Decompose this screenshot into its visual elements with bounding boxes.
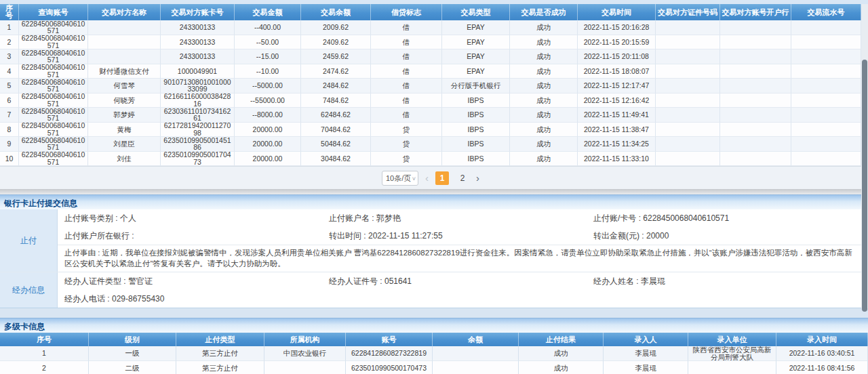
stop-payment-group: 止付 止付账号类别 : 个人 止付账户名 : 郭梦艳 止付账/卡号 : 6228… bbox=[0, 209, 868, 272]
cell: 郭梦婷 bbox=[88, 108, 161, 123]
cell: 2009.62 bbox=[301, 20, 371, 35]
cell: EPAY bbox=[442, 49, 510, 64]
vertical-scrollbar-thumb[interactable] bbox=[862, 60, 867, 312]
table-row[interactable]: 10 6228450068040610571 刘佳 62350109905001… bbox=[0, 152, 861, 167]
cell: 黄梅 bbox=[88, 123, 161, 138]
cell: 2022-11-15 11:49:41 bbox=[578, 108, 656, 123]
table-row[interactable]: 1 6228450068040610571 243300133 --400.00… bbox=[0, 20, 861, 35]
field-card-number: 止付账/卡号 : 6228450068040610571 bbox=[587, 213, 868, 224]
group-label-stop: 止付 bbox=[0, 209, 58, 272]
column-header-stop-result: 止付结果 bbox=[519, 333, 604, 346]
cell: 7 bbox=[0, 108, 19, 123]
cell: 70484.62 bbox=[301, 123, 371, 138]
cell: 李晨琨 bbox=[604, 361, 688, 374]
cell bbox=[791, 35, 861, 50]
cell: 2022-11-15 20:16:28 bbox=[578, 20, 656, 35]
cell: 2022-11-15 11:38:47 bbox=[578, 123, 656, 138]
cell: 2022-11-16 08:41:56 bbox=[776, 361, 868, 374]
cell: 8 bbox=[0, 123, 19, 138]
table-row[interactable]: 3 6228450068040610571 243300133 --15.00 … bbox=[0, 49, 861, 64]
cell: 2484.62 bbox=[301, 79, 371, 94]
cell: 243300133 bbox=[161, 35, 235, 50]
cell: 2022-11-16 03:40:51 bbox=[776, 346, 868, 361]
cell: 贷 bbox=[371, 123, 442, 138]
next-page-button[interactable]: › bbox=[476, 171, 479, 185]
cell: 2474.62 bbox=[301, 64, 371, 79]
cell bbox=[88, 35, 161, 50]
cell: 成功 bbox=[510, 123, 578, 138]
column-header-entry-time: 录入时间 bbox=[776, 333, 868, 346]
stop-payment-panel: 止付 止付账号类别 : 个人 止付账户名 : 郭梦艳 止付账/卡号 : 6228… bbox=[0, 209, 868, 308]
column-header-counterparty-name: 交易对方名称 bbox=[88, 4, 161, 20]
page-button-2[interactable]: 2 bbox=[456, 171, 469, 185]
cell: 二级 bbox=[89, 361, 176, 374]
cell: 243300133 bbox=[161, 49, 235, 64]
cell bbox=[791, 137, 861, 152]
cell bbox=[656, 20, 720, 35]
page-button-1[interactable]: 1 bbox=[435, 171, 449, 185]
column-header-seq: 序号 bbox=[0, 333, 89, 346]
stop-payment-section-title: 银行卡止付提交信息 bbox=[0, 194, 868, 209]
cell bbox=[88, 20, 161, 35]
group-label-officer: 经办信息 bbox=[0, 272, 58, 308]
table-row[interactable]: 5 6228450068040610571 何雪琴 90107130801001… bbox=[0, 79, 861, 94]
cell: 借 bbox=[371, 79, 442, 94]
table-row[interactable]: 8 6228450068040610571 黄梅 621728194200112… bbox=[0, 123, 861, 138]
table-row[interactable]: 9 6228450068040610571 刘星臣 62350109905001… bbox=[0, 137, 861, 152]
column-header-opening-bank: 交易对方账号开户行 bbox=[720, 4, 791, 20]
field-officer-name: 经办人姓名 : 李晨琨 bbox=[587, 276, 868, 287]
cell: IBPS bbox=[442, 108, 510, 123]
cell: 借 bbox=[371, 20, 442, 35]
cell bbox=[688, 361, 776, 374]
cell: 成功 bbox=[510, 20, 578, 35]
cell: 20000.00 bbox=[235, 152, 301, 167]
cell: IBPS bbox=[442, 94, 510, 108]
cell: 3 bbox=[0, 49, 19, 64]
column-header-stop-type: 止付类型 bbox=[176, 333, 264, 346]
cell: 借 bbox=[371, 108, 442, 123]
cell: IBPS bbox=[442, 123, 510, 138]
field-account-name: 止付账户名 : 郭梦艳 bbox=[322, 213, 587, 224]
cell bbox=[720, 108, 791, 123]
cell: --5000.00 bbox=[235, 79, 301, 94]
table-row[interactable]: 4 6228450068040610571 财付通微信支付 1000049901… bbox=[0, 64, 861, 79]
cell: 借 bbox=[371, 64, 442, 79]
cell bbox=[720, 35, 791, 50]
column-header-level: 级别 bbox=[89, 333, 176, 346]
table-row[interactable]: 6 6228450068040610571 何晓芳 62166116000038… bbox=[0, 94, 861, 108]
column-header-time: 交易时间 bbox=[578, 4, 656, 20]
cell: 6228450068040610571 bbox=[19, 79, 88, 94]
cell: 1 bbox=[0, 20, 19, 35]
column-header-id-number: 交易对方证件号码 bbox=[656, 4, 720, 20]
table-row[interactable]: 2 6228450068040610571 243300133 --50.00 … bbox=[0, 35, 861, 50]
cell: EPAY bbox=[442, 35, 510, 50]
column-header-amount: 交易金额 bbox=[235, 4, 301, 20]
table-row[interactable]: 7 6228450068040610571 郭梦婷 62303611010734… bbox=[0, 108, 861, 123]
cell bbox=[656, 152, 720, 167]
cell bbox=[656, 108, 720, 123]
cell: 刘佳 bbox=[88, 152, 161, 167]
table-row[interactable]: 2 二级 第三方止付 6235010990500170473 成功 李晨琨 20… bbox=[0, 361, 868, 374]
cell: 6228450068040610571 bbox=[19, 108, 88, 123]
prev-page-button[interactable]: ‹ bbox=[425, 171, 429, 185]
column-header-query-account: 查询账号 bbox=[19, 4, 88, 20]
cell: 何晓芳 bbox=[88, 94, 161, 108]
cell: 5 bbox=[0, 79, 19, 94]
cell: 贷 bbox=[371, 137, 442, 152]
page-size-label: 10条/页 bbox=[386, 174, 411, 182]
officer-info-group: 经办信息 经办人证件类型 : 警官证 经办人证件号 : 051641 经办人姓名… bbox=[0, 272, 868, 308]
pagination-bar: 10条/页˅ ‹ 1 2 › bbox=[0, 166, 861, 189]
cell bbox=[656, 35, 720, 50]
cell bbox=[791, 20, 861, 35]
field-transfer-time: 转出时间 : 2022-11-15 11:27:55 bbox=[322, 230, 587, 242]
table-row[interactable]: 1 一级 第三方止付 中国农业银行 6228412860827322819 成功… bbox=[0, 346, 868, 361]
cell bbox=[433, 361, 519, 374]
cell: 62484.62 bbox=[301, 108, 371, 123]
page-size-select[interactable]: 10条/页˅ bbox=[382, 171, 418, 186]
cell bbox=[264, 361, 346, 374]
cell: 6228450068040610571 bbox=[19, 35, 88, 50]
multi-card-table: 序号 级别 止付类型 所属机构 账号 余额 止付结果 录入人 录入单位 录入时间… bbox=[0, 333, 868, 374]
cell bbox=[656, 64, 720, 79]
cell: 6235010990500170473 bbox=[346, 361, 433, 374]
cell bbox=[720, 64, 791, 79]
